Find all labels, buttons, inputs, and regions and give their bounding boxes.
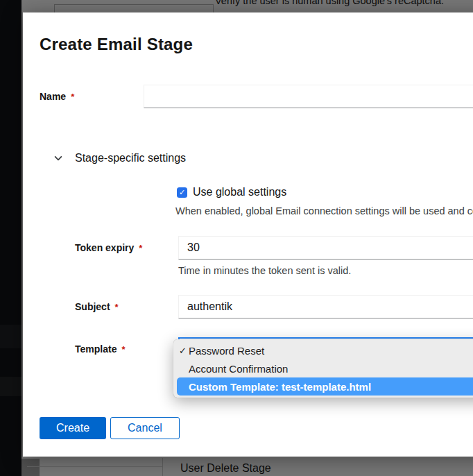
cancel-button[interactable]: Cancel (110, 417, 180, 439)
token-expiry-label: Token expiry (75, 242, 134, 253)
subject-label-group: Subject * (75, 301, 178, 312)
required-asterisk: * (121, 344, 125, 355)
checkmark-icon: ✓ (179, 189, 185, 196)
dropdown-option-label: Password Reset (189, 345, 264, 357)
name-label: Name (40, 91, 66, 102)
dropdown-option-password-reset[interactable]: ✓ Password Reset (173, 341, 473, 359)
use-global-settings-help: When enabled, global Email connection se… (175, 205, 473, 216)
required-asterisk: * (139, 243, 142, 253)
dropdown-option-label: Account Confirmation (189, 363, 288, 375)
dropdown-option-label: Custom Template: test-template.html (189, 381, 371, 393)
token-expiry-field-row: Token expiry * (40, 236, 473, 260)
template-label: Template (75, 343, 117, 355)
name-label-group: Name * (40, 91, 144, 102)
token-expiry-label-group: Token expiry * (75, 242, 178, 253)
required-asterisk: * (71, 92, 74, 102)
modal-footer: Create Cancel (40, 417, 180, 439)
selected-checkmark-icon: ✓ (179, 346, 187, 356)
stage-settings-group-label: Stage-specific settings (75, 152, 186, 164)
template-dropdown-menu: ✓ Password Reset Account Confirmation Cu… (173, 339, 473, 398)
token-expiry-help: Time in minutes the token sent is valid. (178, 265, 351, 276)
dropdown-option-custom-template[interactable]: Custom Template: test-template.html (177, 377, 473, 396)
modal-title: Create Email Stage (40, 35, 193, 54)
required-asterisk: * (115, 302, 119, 312)
subject-input[interactable] (178, 295, 473, 318)
subject-field-row: Subject * (40, 295, 473, 318)
use-global-settings-checkbox[interactable]: ✓ (177, 187, 187, 198)
token-expiry-input[interactable] (178, 236, 473, 260)
create-email-stage-modal: Create Email Stage Name * Stage-specific… (23, 12, 473, 457)
use-global-settings-label[interactable]: Use global settings (193, 186, 286, 198)
template-label-group: Template * (75, 343, 178, 355)
subject-label: Subject (75, 301, 110, 312)
chevron-down-icon (53, 153, 63, 163)
create-button[interactable]: Create (40, 417, 106, 439)
use-global-settings-row: ✓ Use global settings (177, 185, 286, 199)
stage-settings-group-toggle[interactable]: Stage-specific settings (53, 151, 186, 165)
dropdown-option-account-confirmation[interactable]: Account Confirmation (173, 359, 473, 377)
name-field-row: Name * (40, 85, 473, 108)
name-input[interactable] (144, 85, 473, 108)
